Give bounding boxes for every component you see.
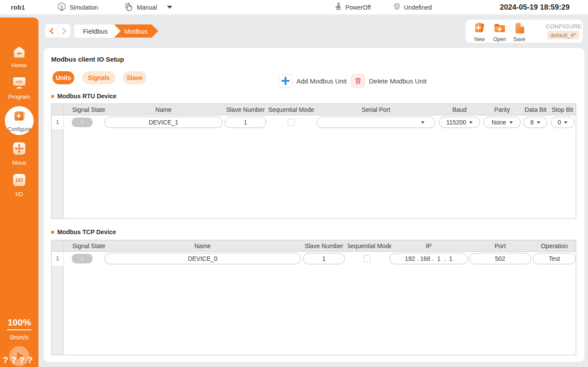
svg-text:</>: </> — [16, 79, 23, 84]
table-row: 0 Test — [52, 252, 576, 266]
svg-text:S: S — [60, 4, 63, 9]
tcp-col-name: Name — [104, 240, 301, 252]
rtu-serial-port-select[interactable] — [317, 117, 435, 128]
rtu-parity-value: None — [491, 119, 506, 126]
tcp-section-header: Modbus TCP Device — [51, 229, 116, 235]
tcp-slave-number-input[interactable] — [303, 253, 345, 264]
power-status-indicator[interactable]: PowerOff — [334, 0, 371, 14]
mode-dropdown-caret-icon[interactable] — [167, 6, 172, 9]
rtu-parity-select[interactable]: None — [484, 117, 521, 128]
rtu-col-parity: Parity — [479, 104, 525, 115]
tcp-col-sequential-mode: Sequential Mode — [348, 240, 391, 252]
rtu-signal-state-badge: 0 — [72, 118, 93, 127]
open-folder-icon — [493, 21, 507, 36]
tcp-sequential-mode-checkbox[interactable] — [363, 255, 370, 262]
rtu-stop-bit-value: 0 — [558, 119, 561, 126]
chevron-down-icon — [509, 121, 513, 124]
rtu-table-header: Signal State Name Slave Number Sequentia… — [52, 104, 576, 115]
rtu-col-name: Name — [104, 104, 223, 115]
open-button[interactable]: Open — [490, 21, 509, 42]
history-nav — [45, 24, 70, 38]
delete-modbus-unit-button[interactable]: Delete Modbus Unit — [351, 74, 427, 88]
home-icon — [12, 45, 27, 60]
simulation-mode-indicator[interactable]: S Simulation — [57, 0, 98, 14]
safety-status-label: Undefined — [404, 4, 432, 11]
rtu-stop-bit-select[interactable]: 0 — [551, 117, 574, 128]
open-button-label: Open — [493, 36, 506, 42]
tcp-port-input[interactable] — [469, 253, 531, 264]
table-row: 0 115200 None 8 0 — [52, 115, 576, 129]
save-document-icon — [513, 21, 525, 36]
forward-button[interactable] — [58, 24, 70, 38]
sidebar-item-configure[interactable]: Configure — [5, 106, 34, 135]
tcp-table-header: Signal State Name Slave Number Sequentia… — [52, 240, 576, 252]
orange-bullet-icon — [51, 95, 54, 98]
back-button[interactable] — [45, 24, 58, 38]
sidebar-item-label: Move — [12, 159, 26, 166]
tcp-ip-input[interactable] — [390, 253, 468, 264]
rtu-section-header: Modbus RTU Device — [51, 93, 116, 100]
tcp-index-column — [52, 266, 64, 355]
chevron-down-icon — [564, 121, 567, 124]
speed-percent[interactable]: 100% — [0, 317, 38, 328]
sidebar-item-move[interactable]: Move — [0, 141, 38, 166]
program-icon: </> — [11, 76, 27, 92]
tcp-col-slave-number: Slave Number — [302, 240, 346, 252]
sidebar-item-program[interactable]: </> Program — [0, 76, 38, 100]
speed-underline — [7, 329, 31, 330]
configure-mode-label: CONFIGURE — [546, 23, 581, 30]
rtu-baud-select[interactable]: 115200 — [439, 117, 480, 128]
new-button-label: New — [474, 36, 485, 42]
new-button[interactable]: New — [470, 21, 489, 42]
tab-slave[interactable]: Slave — [123, 71, 146, 84]
sidebar-item-label: Program — [8, 93, 30, 100]
chevron-down-icon — [469, 121, 473, 124]
configure-icon — [12, 109, 27, 126]
sidebar-item-home[interactable]: Home — [0, 45, 38, 69]
shield-safety-icon — [393, 2, 401, 12]
tab-signals[interactable]: Signals — [82, 71, 115, 84]
operation-mode-selector[interactable]: Manual — [124, 0, 172, 14]
rtu-index-header-cell — [52, 104, 64, 115]
rtu-data-bit-select[interactable]: 8 — [523, 117, 547, 128]
rtu-index-column — [52, 129, 64, 218]
current-config-file[interactable]: default_4* — [547, 31, 579, 39]
tcp-test-button[interactable]: Test — [533, 253, 576, 264]
power-status-label: PowerOff — [345, 4, 371, 11]
tcp-col-port: Port — [469, 240, 531, 252]
tcp-col-ip: IP — [390, 240, 468, 252]
save-button[interactable]: Save — [510, 21, 529, 42]
tab-units[interactable]: Units — [52, 71, 74, 84]
page-title: Modbus client IO Setup — [51, 55, 124, 63]
sidebar-item-label: Home — [12, 62, 27, 69]
safety-status-indicator[interactable]: Undefined — [393, 0, 432, 14]
rtu-col-stop-bit: Stop Bit — [548, 104, 577, 115]
rtu-col-baud: Baud — [439, 104, 480, 115]
simulation-hexagon-icon: S — [57, 2, 66, 13]
rtu-col-serial-port: Serial Port — [317, 104, 435, 115]
save-button-label: Save — [513, 36, 525, 42]
rtu-slave-number-input[interactable] — [225, 117, 266, 128]
help-question-marks[interactable]: ? ? ? ? — [3, 355, 37, 365]
rtu-col-sequential-mode: Sequential Mode — [267, 104, 315, 115]
new-file-icon — [473, 21, 486, 36]
hand-manual-icon — [124, 2, 134, 13]
rtu-col-slave-number: Slave Number — [223, 104, 268, 115]
move-icon — [12, 141, 27, 158]
simulation-label: Simulation — [70, 4, 98, 11]
orange-bullet-icon — [51, 231, 54, 234]
delete-modbus-unit-label: Delete Modbus Unit — [369, 77, 427, 85]
svg-text:I/O: I/O — [16, 177, 23, 184]
rtu-col-data-bit: Data Bit — [520, 104, 551, 115]
add-modbus-unit-label: Add Modbus Unit — [296, 77, 347, 85]
tcp-index-header-cell — [52, 240, 64, 252]
sidebar-item-label: I/O — [15, 191, 23, 197]
breadcrumb-fieldbus[interactable]: Fieldbus — [74, 24, 121, 38]
rtu-sequential-mode-checkbox[interactable] — [288, 119, 295, 126]
add-modbus-unit-button[interactable]: Add Modbus Unit — [278, 74, 347, 88]
datetime-display: 2024-05-19 18:59:29 — [500, 0, 570, 14]
speed-value: 0mm/s — [0, 334, 38, 341]
sidebar-item-io[interactable]: I/O I/O — [0, 173, 38, 197]
tcp-name-input[interactable] — [104, 253, 301, 264]
rtu-name-input[interactable] — [104, 117, 223, 128]
